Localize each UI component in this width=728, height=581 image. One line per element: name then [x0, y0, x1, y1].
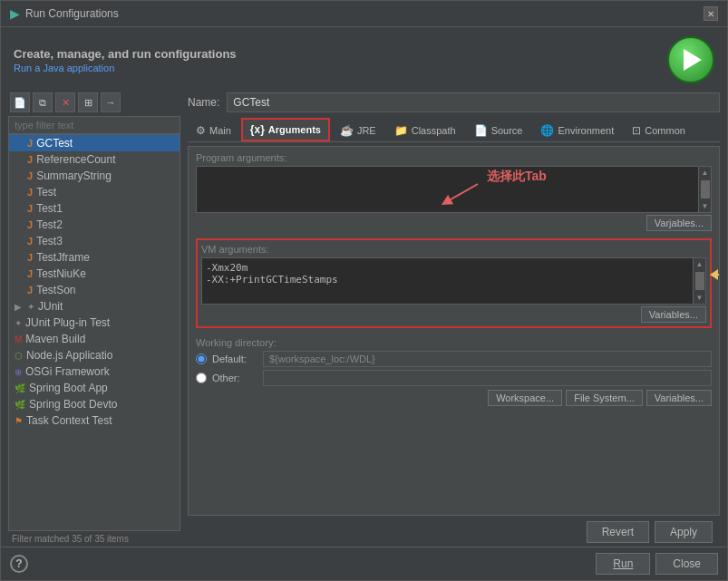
- common-tab-icon: ⊡: [632, 124, 641, 137]
- filter-button[interactable]: →: [101, 92, 121, 112]
- program-args-textarea[interactable]: [196, 166, 699, 213]
- copy-config-button[interactable]: ⧉: [33, 92, 53, 112]
- close-button[interactable]: Close: [655, 553, 718, 575]
- tab-main[interactable]: ⚙ Main: [188, 120, 239, 140]
- run-button-footer[interactable]: Run: [596, 553, 650, 575]
- default-dir-radio[interactable]: [196, 353, 207, 364]
- task-icon: ⚑: [15, 416, 23, 426]
- new-config-button[interactable]: 📄: [10, 92, 30, 112]
- args-tab-icon: {x}: [250, 123, 265, 136]
- default-dir-label: Default:: [212, 353, 257, 364]
- program-args-label: Program arguments:: [196, 152, 712, 163]
- other-dir-input[interactable]: [263, 370, 712, 386]
- name-input[interactable]: [227, 92, 720, 112]
- java-icon: J: [27, 187, 33, 198]
- vm-scroll-thumb[interactable]: [695, 272, 704, 290]
- duplicate-config-button[interactable]: ⊞: [78, 92, 98, 112]
- java-icon: J: [27, 203, 33, 214]
- tree-item-test2[interactable]: J Test2: [9, 217, 180, 233]
- revert-button[interactable]: Revert: [587, 521, 649, 543]
- java-icon: J: [27, 252, 33, 263]
- tree-item-test1[interactable]: J Test1: [9, 200, 180, 217]
- working-dir-section: Working directory: Default: Other:: [196, 337, 712, 406]
- other-dir-radio[interactable]: [196, 373, 207, 383]
- classpath-tab-icon: 📁: [394, 124, 408, 137]
- java-icon: J: [27, 170, 33, 181]
- working-dir-buttons: Workspace... File System... Variables...: [196, 390, 712, 406]
- header-subtitle-link[interactable]: Run a Java application: [14, 63, 237, 73]
- program-args-group: Program arguments: ▲ ▼ Varjables...: [196, 152, 712, 231]
- vm-args-scrollbar[interactable]: ▲ ▼: [694, 257, 706, 305]
- tree-item-testson[interactable]: J TestSon: [9, 282, 180, 298]
- java-icon: J: [27, 219, 33, 230]
- program-args-variables-button[interactable]: Varjables...: [646, 215, 712, 231]
- scroll-down-icon[interactable]: ▼: [702, 202, 709, 210]
- java-icon: J: [27, 236, 33, 247]
- close-window-button[interactable]: ✕: [704, 6, 718, 21]
- tab-common[interactable]: ⊡ Common: [624, 120, 694, 140]
- junit-icon: ✦: [27, 302, 34, 312]
- tree-item-springboot-devto[interactable]: 🌿 Spring Boot Devto: [9, 396, 180, 412]
- revert-apply-buttons: Revert Apply: [188, 516, 720, 543]
- java-icon: J: [27, 138, 33, 149]
- tree-item-summarystring[interactable]: J SummaryString: [9, 168, 180, 184]
- scroll-up-icon[interactable]: ▲: [702, 169, 709, 177]
- vm-scroll-down-icon[interactable]: ▼: [696, 294, 704, 302]
- tree-item-referencecount[interactable]: J ReferenceCount: [9, 151, 180, 168]
- tree-item-test[interactable]: J Test: [9, 184, 180, 200]
- tree-item-junit-plugin[interactable]: ✦ JUnit Plug-in Test: [9, 315, 180, 331]
- tree-item-test3[interactable]: J Test3: [9, 233, 180, 249]
- wd-variables-button[interactable]: Variables...: [646, 390, 712, 406]
- config-tree: J GCTest J ReferenceCount J SummaryStrin…: [8, 134, 180, 531]
- tree-item-testniuke[interactable]: J TestNiuKe: [9, 266, 180, 282]
- vm-args-variables-button[interactable]: Variables...: [641, 306, 706, 323]
- run-button[interactable]: [667, 36, 714, 83]
- run-triangle-icon: [684, 49, 702, 71]
- tree-item-maven[interactable]: M Maven Build: [9, 331, 180, 347]
- vm-scroll-up-icon[interactable]: ▲: [696, 260, 704, 268]
- dialog-title: Run Configurations: [25, 7, 119, 20]
- tab-jre[interactable]: ☕ JRE: [332, 120, 384, 140]
- delete-config-button[interactable]: ✕: [55, 92, 75, 112]
- program-args-scrollbar[interactable]: ▲ ▼: [699, 166, 712, 213]
- tree-item-nodejs[interactable]: ⬡ Node.js Applicatio: [9, 347, 180, 363]
- java-icon: J: [27, 285, 33, 295]
- workspace-button[interactable]: Workspace...: [488, 390, 562, 406]
- tree-item-gctest[interactable]: J GCTest: [9, 135, 180, 151]
- tab-source[interactable]: 📄 Source: [466, 120, 531, 140]
- filesystem-button[interactable]: File System...: [566, 390, 643, 406]
- apply-button[interactable]: Apply: [655, 521, 713, 543]
- tree-item-springboot[interactable]: 🌿 Spring Boot App: [9, 380, 180, 396]
- filter-input[interactable]: [8, 116, 180, 134]
- main-tab-icon: ⚙: [196, 124, 206, 137]
- run-configurations-dialog: ▶ Run Configurations ✕ Create, manage, a…: [0, 0, 728, 581]
- window-controls: ✕: [704, 6, 718, 21]
- tree-item-osgi[interactable]: ⊕ OSGi Framework: [9, 363, 180, 380]
- vm-args-label: VM arguments:: [201, 244, 706, 255]
- form-area: Program arguments: ▲ ▼ Varjables...: [188, 146, 720, 516]
- tab-environment[interactable]: 🌐 Environment: [532, 120, 622, 140]
- default-dir-input[interactable]: [263, 351, 712, 367]
- right-panel: 选择此Tab Name:: [188, 89, 720, 547]
- other-dir-row: Other:: [196, 370, 712, 386]
- vm-args-textarea[interactable]: -Xmx20m -XX:+PrintGCTimeStamps: [201, 257, 694, 305]
- default-dir-row: Default:: [196, 351, 712, 367]
- final-buttons: Run Close: [596, 553, 718, 575]
- tree-item-junit[interactable]: ▶ ✦ JUnit: [9, 298, 180, 315]
- tab-arguments[interactable]: {x} Arguments: [241, 118, 330, 141]
- left-panel: 📄 ⧉ ✕ ⊞ → J GCTest J ReferenceCount: [8, 89, 180, 547]
- junit-plugin-icon: ✦: [15, 318, 22, 328]
- tab-classpath[interactable]: 📁 Classpath: [386, 120, 464, 140]
- name-label: Name:: [188, 96, 219, 109]
- annotation-arrowhead: [710, 269, 718, 280]
- vm-annotation: 此处配置VM参数: [717, 266, 721, 283]
- help-button[interactable]: ?: [10, 555, 28, 573]
- tree-item-testjframe[interactable]: J TestJframe: [9, 249, 180, 266]
- tree-item-task[interactable]: ⚑ Task Context Test: [9, 412, 180, 429]
- spring-icon: 🌿: [15, 383, 25, 393]
- scroll-thumb[interactable]: [701, 180, 710, 199]
- working-dir-label: Working directory:: [196, 337, 712, 348]
- footer: ? Run Close: [1, 547, 727, 580]
- tabs-row: ⚙ Main {x} Arguments ☕ JRE 📁 Classpath: [188, 118, 720, 142]
- dialog-icon: ▶: [10, 6, 20, 21]
